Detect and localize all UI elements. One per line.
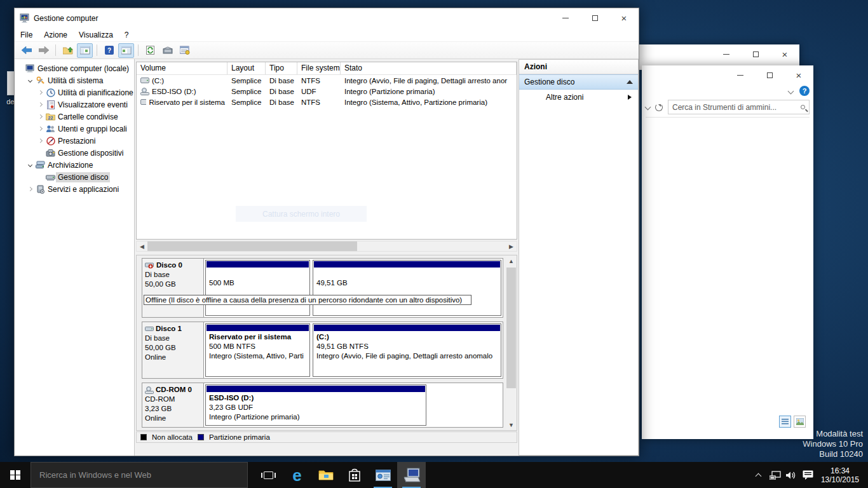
file-explorer-button[interactable] [311,462,340,488]
scroll-left-arrow[interactable]: ◀ [137,241,147,252]
disk-actions-button[interactable] [177,43,193,58]
disk-0-block[interactable]: Disco 0 Di base 50,00 GB 500 MB 49, [142,258,503,318]
cdrom-0-partition-d[interactable]: ESD-ISO (D:)3,23 GB UDFIntegro (Partizio… [205,384,426,426]
refresh-icon[interactable] [655,104,663,111]
cdrom-0-info[interactable]: CD-ROM 0 CD-ROM 3,23 GB Online [142,383,204,427]
disk-0-partition-1[interactable]: 500 MB [205,260,310,316]
thumbnail-view-button[interactable] [794,416,806,428]
scroll-right-arrow[interactable]: ▶ [506,241,517,252]
edge-button[interactable]: e [283,462,311,488]
volume-row-d[interactable]: ESD-ISO (D:) Semplice Di base UDF Integr… [137,86,517,97]
column-header-tipo[interactable]: Tipo [266,62,297,74]
column-header-layout[interactable]: Layout [227,62,266,74]
tree-item-gestione-disco[interactable]: Gestione disco [15,171,134,183]
task-scheduler-icon [45,88,56,97]
task-view-button[interactable] [254,462,283,488]
close-button[interactable]: × [784,65,813,85]
volume-row-c[interactable]: (C:) Semplice Di base NTFS Integro (Avvi… [137,75,517,86]
computer-management-taskbar-button[interactable] [397,462,426,488]
column-header-filesystem[interactable]: File system [297,62,341,74]
tray-expand-button[interactable] [751,462,766,488]
start-button[interactable] [0,462,31,488]
scroll-up-arrow[interactable]: ▲ [506,255,517,266]
system-properties-button[interactable] [369,462,397,488]
store-button[interactable] [340,462,369,488]
chevron-right-icon[interactable] [35,91,45,94]
tree-item-cartelle-condivise[interactable]: 22 Cartelle condivise [15,111,134,123]
maximize-button[interactable] [741,44,770,64]
explorer-search-input[interactable]: Cerca in Strumenti di ammini... [668,100,810,114]
tree-item-utilita-pianificazione[interactable]: Utilità di pianificazione [15,86,134,98]
refresh-button[interactable] [142,43,158,58]
tree-item-gestione-dispositivi[interactable]: Gestione dispositivi [15,147,134,159]
chevron-right-icon[interactable] [35,115,45,118]
cdrom-0-block[interactable]: CD-ROM 0 CD-ROM 3,23 GB Online ESD-ISO (… [142,383,503,428]
maximize-button[interactable] [755,65,784,85]
minimize-button[interactable] [712,44,741,64]
menu-file[interactable]: File [15,30,38,39]
disk-1-block[interactable]: Disco 1 Di base 50,00 GB Online Riservat… [142,322,503,379]
actions-item-altre-azioni[interactable]: Altre azioni [519,90,638,105]
maximize-button[interactable] [580,8,609,28]
volume-row-system-reserved[interactable]: Riservato per il sistema Semplice Di bas… [137,97,517,107]
help-button[interactable]: ? [101,43,117,58]
address-dropdown-icon[interactable] [645,104,651,111]
back-button[interactable] [18,43,34,58]
taskbar-clock[interactable]: 16:34 13/10/2015 [817,466,865,484]
tree-item-archiviazione[interactable]: Archiviazione [15,159,134,171]
disk-1-info[interactable]: Disco 1 Di base 50,00 GB Online [142,322,204,378]
column-header-volume[interactable]: Volume [137,62,227,74]
chevron-right-icon[interactable] [35,139,45,142]
scrollbar-thumb[interactable] [147,241,357,251]
disk-1-partition-system-reserved[interactable]: Riservato per il sistema500 MB NTFSInteg… [205,323,310,377]
disk-1-partition-c[interactable]: (C:)49,51 GB NTFSIntegro (Avvio, File di… [313,323,501,377]
chevron-right-icon[interactable] [25,187,35,191]
tree-item-utilita-di-sistema[interactable]: Utilità di sistema [15,74,134,86]
export-list-button[interactable] [159,43,175,58]
watermark-line: Windows 10 Pro [803,439,863,449]
scrollbar-thumb[interactable] [506,268,516,388]
tree-item-prestazioni[interactable]: Prestazioni [15,135,134,147]
forward-button[interactable] [36,43,51,58]
details-view-button[interactable] [779,416,791,428]
scroll-down-arrow[interactable]: ▼ [506,419,517,430]
close-button[interactable]: × [609,8,639,28]
forward-icon [39,46,49,54]
up-level-button[interactable] [60,43,76,58]
chevron-right-icon[interactable] [35,103,45,106]
notifications-icon[interactable] [801,462,816,488]
clock-time: 16:34 [821,466,859,475]
taskbar-search-input[interactable]: Ricerca in Windows e nel Web [31,462,248,488]
volume-icon[interactable] [784,462,799,488]
chevron-down-icon[interactable] [25,79,35,82]
search-icon[interactable] [801,105,805,109]
toggle-console-tree-button[interactable] [77,43,93,58]
menu-help[interactable]: ? [119,30,135,39]
menu-visualizza[interactable]: Visualizza [73,30,119,39]
minimize-button[interactable] [551,8,580,28]
up-folder-icon [63,46,73,55]
tree-item-servizi-applicazioni[interactable]: Servizi e applicazioni [15,183,134,195]
tree-item-gestione-computer[interactable]: Gestione computer (locale) [15,62,134,74]
help-icon[interactable]: ? [799,86,810,96]
title-bar[interactable]: Gestione computer × [15,8,639,28]
ribbon-expand-icon[interactable] [788,88,794,94]
explorer-window: × ? Cerca in Strumenti di ammini... [642,65,813,439]
tree-item-utenti-gruppi[interactable]: Utenti e gruppi locali [15,123,134,135]
menu-azione[interactable]: Azione [38,30,73,39]
chevron-down-icon[interactable] [25,163,35,166]
disk-0-info[interactable]: Disco 0 Di base 50,00 GB [142,259,204,317]
tree-item-visualizzatore-eventi[interactable]: Visualizzatore eventi [15,98,134,111]
vertical-scrollbar[interactable]: ▲ ▼ [506,255,517,430]
collapse-icon[interactable] [627,80,633,84]
chevron-right-icon[interactable] [35,127,45,130]
minimize-button[interactable] [726,65,755,85]
disk-0-partition-2[interactable]: 49,51 GB [313,260,501,316]
toggle-action-pane-button[interactable] [118,43,134,58]
horizontal-scrollbar[interactable]: ◀ ▶ [136,241,517,252]
column-header-stato[interactable]: Stato [341,62,517,74]
actions-group-gestione-disco[interactable]: Gestione disco [519,74,638,90]
network-icon[interactable] [768,462,783,488]
close-button[interactable]: × [770,44,799,64]
cd-drive-icon [140,88,149,95]
